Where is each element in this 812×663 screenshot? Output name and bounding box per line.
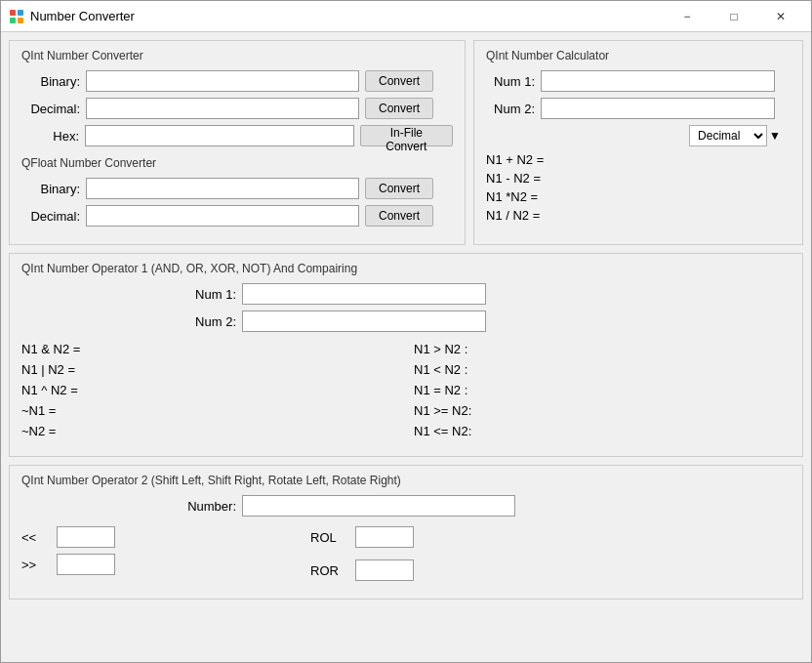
qint-calculator-section: QInt Number Calculator Num 1: Num 2: Dec… — [473, 40, 803, 245]
app-icon — [9, 9, 24, 24]
qint-hex-input[interactable] — [85, 125, 354, 146]
in-file-convert-btn[interactable]: In-File Convert — [360, 125, 453, 146]
op1-eq-result: N1 = N2 : — [414, 383, 791, 397]
op1-num1-input[interactable] — [242, 283, 486, 305]
op1-xor-result: N1 ^ N2 = — [21, 383, 398, 397]
svg-rect-3 — [18, 18, 23, 23]
op1-lt-result: N1 < N2 : — [414, 362, 791, 377]
op2-rotate-area: ROL ROR — [115, 526, 791, 587]
calc-num1-row: Num 1: — [486, 70, 791, 92]
decimal-row: Decimal: Convert — [21, 98, 453, 119]
qint-converter-section: QInt Number Converter Binary: Convert De… — [9, 40, 466, 245]
ror-row: ROR — [310, 559, 791, 581]
calc-num2-label: Num 2: — [486, 102, 535, 116]
minimize-button[interactable]: − — [665, 1, 710, 32]
qint-binary-input[interactable] — [86, 70, 359, 92]
op1-lte-result: N1 <= N2: — [414, 424, 791, 438]
qfloat-decimal-label: Decimal: — [21, 209, 80, 224]
qfloat-decimal-row: Decimal: Convert — [21, 205, 453, 227]
qint-decimal-input[interactable] — [86, 98, 359, 119]
op1-num1-label: Num 1: — [21, 287, 236, 302]
maximize-button[interactable]: □ — [711, 1, 756, 32]
ror-input[interactable] — [355, 559, 414, 581]
decimal-label: Decimal: — [21, 102, 80, 116]
operator1-title: QInt Number Operator 1 (AND, OR, XOR, NO… — [21, 262, 791, 275]
calc-result-sub: N1 - N2 = — [486, 171, 791, 186]
calc-result-mul: N1 *N2 = — [486, 189, 791, 204]
qint-converter-title: QInt Number Converter — [21, 49, 453, 62]
svg-rect-0 — [10, 10, 16, 16]
rol-row: ROL — [310, 526, 791, 548]
close-button[interactable]: ✕ — [758, 1, 803, 32]
operator1-section: QInt Number Operator 1 (AND, OR, XOR, NO… — [9, 253, 803, 457]
op1-num2-input[interactable] — [242, 311, 486, 332]
top-sections: QInt Number Converter Binary: Convert De… — [9, 40, 803, 245]
qfloat-binary-input[interactable] — [86, 178, 359, 199]
calc-result-add: N1 + N2 = — [486, 152, 791, 167]
qfloat-decimal-convert-btn[interactable]: Convert — [365, 205, 433, 227]
op1-num1-row: Num 1: — [21, 283, 791, 305]
shift-left-row: << — [21, 526, 115, 548]
shift-left-input[interactable] — [57, 526, 115, 548]
window-title: Number Converter — [30, 9, 665, 23]
window-controls: − □ ✕ — [665, 1, 803, 32]
op1-gte-result: N1 >= N2: — [414, 403, 791, 418]
qint-calculator-title: QInt Number Calculator — [486, 49, 791, 62]
op1-or-result: N1 | N2 = — [21, 362, 398, 377]
main-window: Number Converter − □ ✕ QInt Number Conve… — [0, 0, 812, 663]
op2-shift-area: << >> ROL ROR — [21, 526, 791, 587]
op1-num2-row: Num 2: — [21, 311, 791, 332]
qfloat-converter-title: QFloat Number Converter — [21, 156, 453, 170]
calc-num2-row: Num 2: — [486, 98, 791, 119]
rol-label: ROL — [310, 530, 349, 545]
ror-label: ROR — [310, 563, 349, 578]
calc-num2-input[interactable] — [541, 98, 775, 119]
calc-base-dropdown[interactable]: Decimal Binary Hex — [689, 125, 767, 146]
operator2-section: QInt Number Operator 2 (Shift Left, Shif… — [9, 465, 803, 600]
op1-num2-label: Num 2: — [21, 314, 236, 329]
svg-rect-2 — [10, 18, 16, 23]
calc-result-div: N1 / N2 = — [486, 208, 791, 223]
title-bar: Number Converter − □ ✕ — [1, 1, 811, 32]
qfloat-binary-label: Binary: — [21, 182, 80, 196]
op2-shift-left-area: << >> — [21, 526, 115, 581]
op1-not2-result: ~N2 = — [21, 424, 398, 438]
qfloat-binary-row: Binary: Convert — [21, 178, 453, 199]
op1-gt-result: N1 > N2 : — [414, 342, 791, 356]
qint-binary-convert-btn[interactable]: Convert — [365, 70, 433, 92]
shift-right-label: >> — [21, 558, 51, 572]
binary-row: Binary: Convert — [21, 70, 453, 92]
hex-row: Hex: In-File Convert — [21, 125, 453, 146]
calc-results: N1 + N2 = N1 - N2 = N1 *N2 = N1 / N2 = — [486, 152, 791, 223]
op1-not1-result: ~N1 = — [21, 403, 398, 418]
shift-right-input[interactable] — [57, 554, 115, 575]
binary-label: Binary: — [21, 74, 80, 89]
calc-num1-input[interactable] — [541, 70, 775, 92]
operator2-title: QInt Number Operator 2 (Shift Left, Shif… — [21, 474, 791, 487]
shift-right-row: >> — [21, 554, 115, 575]
shift-left-label: << — [21, 530, 51, 545]
op2-number-input[interactable] — [242, 495, 515, 517]
qfloat-binary-convert-btn[interactable]: Convert — [365, 178, 433, 199]
svg-rect-1 — [18, 10, 23, 16]
hex-label: Hex: — [21, 129, 79, 144]
op2-number-label: Number: — [21, 499, 236, 514]
qfloat-decimal-input[interactable] — [86, 205, 359, 227]
main-content: QInt Number Converter Binary: Convert De… — [1, 32, 811, 662]
op1-left-results: N1 & N2 = N1 | N2 = N1 ^ N2 = ~N1 = ~N2 … — [21, 342, 398, 444]
op2-number-row: Number: — [21, 495, 791, 517]
op1-right-results: N1 > N2 : N1 < N2 : N1 = N2 : N1 >= N2: … — [414, 342, 791, 444]
operator1-results: N1 & N2 = N1 | N2 = N1 ^ N2 = ~N1 = ~N2 … — [21, 342, 791, 444]
rol-input[interactable] — [355, 526, 414, 548]
calc-dropdown-row: Decimal Binary Hex ▼ — [486, 125, 791, 146]
qint-decimal-convert-btn[interactable]: Convert — [365, 98, 433, 119]
op1-and-result: N1 & N2 = — [21, 342, 398, 356]
calc-num1-label: Num 1: — [486, 74, 535, 89]
